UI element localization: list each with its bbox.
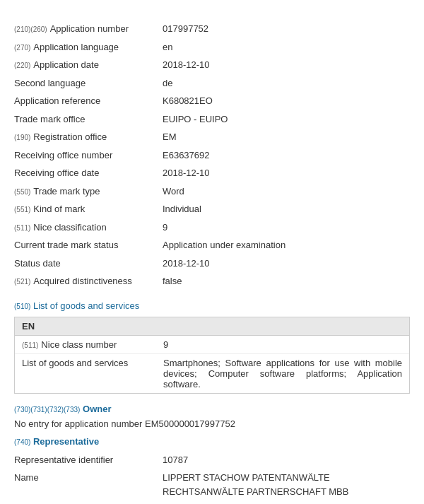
- field-label-text: Application reference: [14, 94, 100, 108]
- field-value: 2018-12-10: [163, 257, 410, 271]
- field-label-text: Second language: [14, 76, 86, 90]
- field-value: en: [163, 40, 410, 54]
- field-value: 017997752: [163, 22, 410, 36]
- rep-field-label: Name: [14, 471, 163, 485]
- field-label: (210)(260)Application number: [14, 22, 163, 36]
- table-cell-value: 9: [163, 339, 402, 350]
- field-label-text: Nice classification: [33, 221, 106, 235]
- field-value: Application under examination: [163, 238, 410, 252]
- field-row: (210)(260)Application number017997752: [14, 20, 410, 38]
- field-code: (220): [14, 60, 30, 71]
- field-label: (521)Acquired distinctiveness: [14, 274, 163, 288]
- field-row: (550)Trade mark typeWord: [14, 182, 410, 201]
- field-code: (511): [14, 223, 30, 233]
- field-code: (190): [14, 132, 30, 143]
- field-row: Current trade mark statusApplication und…: [14, 236, 410, 254]
- field-label-text: Receiving office number: [14, 148, 112, 163]
- rep-field-row: NameLIPPERT STACHOW PATENTANWÄLTE RECHTS…: [14, 469, 410, 500]
- field-label-text: Receiving office date: [14, 166, 99, 180]
- field-label-text: Application number: [50, 22, 129, 36]
- field-label-text: Acquired distinctiveness: [33, 274, 131, 288]
- owner-section-code: (730)(731)(732)(733): [14, 406, 80, 414]
- field-label: Current trade mark status: [14, 238, 163, 252]
- field-code: (270): [14, 42, 30, 53]
- field-label-text: Application language: [33, 40, 119, 54]
- field-label: (190)Registration office: [14, 130, 163, 144]
- table-cell-label: List of goods and services: [22, 358, 163, 368]
- owner-note: No entry for application number EM500000…: [14, 418, 410, 429]
- field-label: Receiving office number: [14, 148, 163, 163]
- field-row: (220)Application date2018-12-10: [14, 56, 410, 74]
- owner-heading: (730)(731)(732)(733) Owner: [14, 404, 410, 414]
- field-label-text: Application date: [33, 58, 99, 72]
- rep-section-label: Representative: [33, 436, 99, 447]
- field-label: Second language: [14, 76, 163, 90]
- goods-table-header: EN: [15, 317, 409, 336]
- field-row: Trade mark officeEUIPO - EUIPO: [14, 110, 410, 129]
- field-value: de: [163, 76, 410, 90]
- table-cell-code: (511): [22, 341, 38, 349]
- field-row: (551)Kind of markIndividual: [14, 200, 410, 218]
- goods-heading: (510) List of goods and services: [14, 300, 410, 311]
- fields-list: (210)(260)Application number017997752(27…: [14, 20, 410, 291]
- field-label-text: Trade mark type: [33, 184, 100, 199]
- rep-field-label: Representative identifier: [14, 453, 163, 467]
- field-row: (511)Nice classification9: [14, 218, 410, 237]
- rep-section-code: (740): [14, 438, 30, 446]
- table-cell-label: (511)Nice class number: [22, 339, 163, 350]
- field-row: Second languagede: [14, 74, 410, 93]
- field-row: (521)Acquired distinctivenessfalse: [14, 272, 410, 291]
- goods-table-body: (511)Nice class number9List of goods and…: [15, 336, 409, 393]
- table-row: (511)Nice class number9: [15, 336, 409, 354]
- field-value: EUIPO - EUIPO: [163, 112, 410, 127]
- field-label-text: Status date: [14, 257, 61, 271]
- field-row: Status date2018-12-10: [14, 254, 410, 273]
- table-cell-label-text: List of goods and services: [22, 358, 128, 368]
- rep-heading: (740) Representative: [14, 436, 410, 447]
- field-value: 9: [163, 221, 410, 235]
- field-label: (220)Application date: [14, 58, 163, 72]
- rep-field-row: Representative identifier10787: [14, 451, 410, 469]
- field-label-text: Current trade mark status: [14, 238, 118, 252]
- field-row: Receiving office numberE63637692: [14, 146, 410, 165]
- field-code: (551): [14, 204, 30, 215]
- field-label: (511)Nice classification: [14, 221, 163, 235]
- field-value: false: [163, 274, 410, 288]
- field-row: Application referenceK680821EO: [14, 92, 410, 110]
- field-label: (551)Kind of mark: [14, 202, 163, 216]
- goods-section-code: (510): [14, 303, 30, 310]
- representative-section: (740) RepresentativeRepresentative ident…: [14, 436, 410, 501]
- field-label-text: Trade mark office: [14, 112, 85, 127]
- table-cell-value: Smartphones; Software applications for u…: [163, 358, 402, 389]
- field-label-text: Kind of mark: [33, 202, 85, 216]
- field-label: (270)Application language: [14, 40, 163, 54]
- goods-section: (510) List of goods and servicesEN(511)N…: [14, 300, 410, 394]
- field-label: Trade mark office: [14, 112, 163, 127]
- field-value: Word: [163, 184, 410, 199]
- field-label: Application reference: [14, 94, 163, 108]
- field-label: Receiving office date: [14, 166, 163, 180]
- field-value: EM: [163, 130, 410, 144]
- field-value: 2018-12-10: [163, 58, 410, 72]
- owner-section-label: Owner: [83, 404, 111, 414]
- rep-field-value: 10787: [163, 453, 410, 467]
- rep-field-value: LIPPERT STACHOW PATENTANWÄLTE RECHTSANWÄ…: [163, 471, 410, 498]
- field-row: (270)Application languageen: [14, 38, 410, 57]
- owner-section: (730)(731)(732)(733) OwnerNo entry for a…: [14, 404, 410, 429]
- field-label: Status date: [14, 257, 163, 271]
- field-label: (550)Trade mark type: [14, 184, 163, 199]
- field-row: (190)Registration officeEM: [14, 128, 410, 146]
- field-label-text: Registration office: [33, 130, 107, 144]
- table-row: List of goods and servicesSmartphones; S…: [15, 354, 409, 393]
- field-value: Individual: [163, 202, 410, 216]
- goods-table: EN(511)Nice class number9List of goods a…: [14, 317, 410, 394]
- field-code: (521): [14, 276, 30, 287]
- goods-section-label: List of goods and services: [33, 300, 139, 311]
- field-value: E63637692: [163, 148, 410, 163]
- field-code: (210)(260): [14, 24, 47, 35]
- field-value: 2018-12-10: [163, 166, 410, 180]
- field-code: (550): [14, 187, 30, 197]
- field-row: Receiving office date2018-12-10: [14, 164, 410, 182]
- field-value: K680821EO: [163, 94, 410, 108]
- table-cell-label-text: Nice class number: [41, 339, 117, 350]
